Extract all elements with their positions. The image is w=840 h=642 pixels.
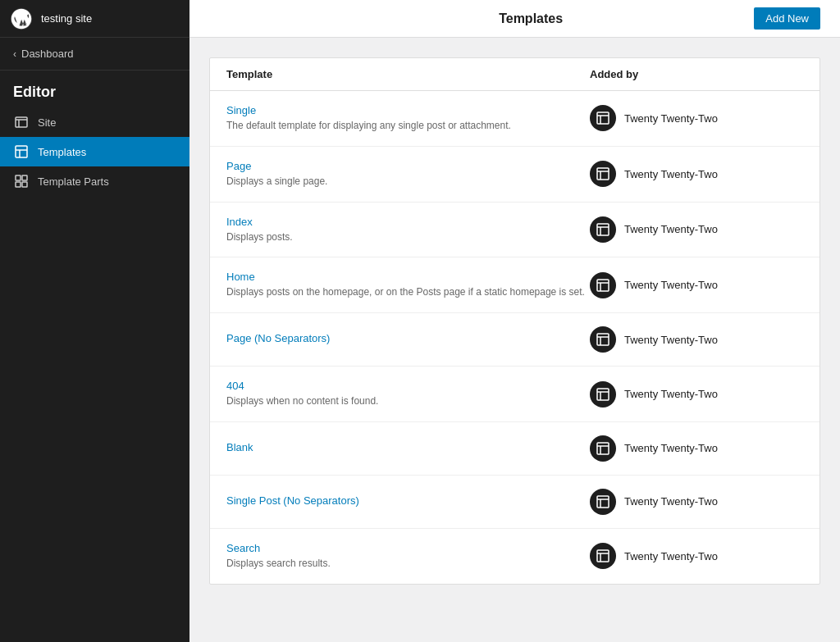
theme-icon (590, 435, 616, 462)
site-icon (13, 114, 30, 130)
row-added-by: Twenty Twenty-Two (590, 435, 803, 462)
row-template-info: Single Post (No Separators) (226, 494, 590, 509)
row-template-info: 404 Displays when no content is found. (226, 380, 590, 408)
svg-rect-1 (16, 117, 27, 127)
svg-rect-15 (597, 550, 609, 562)
theme-icon (590, 489, 616, 515)
content-area: Template Added by Single The default tem… (189, 38, 840, 642)
table-row[interactable]: Page (No Separators) Twenty Twenty-Two (210, 313, 819, 367)
svg-rect-3 (16, 175, 21, 180)
theme-name: Twenty Twenty-Two (624, 168, 718, 180)
templates-icon (13, 143, 30, 160)
template-description: Displays search results. (226, 557, 590, 571)
row-added-by: Twenty Twenty-Two (590, 105, 803, 131)
table-row[interactable]: Single The default template for displayi… (210, 91, 819, 147)
back-to-dashboard[interactable]: ‹ Dashboard (0, 38, 189, 71)
row-added-by: Twenty Twenty-Two (590, 216, 803, 243)
templates-table: Template Added by Single The default tem… (209, 57, 820, 585)
table-row[interactable]: Search Displays search results. Twenty T… (210, 529, 819, 584)
template-description: The default template for displaying any … (226, 119, 590, 133)
template-description: Displays when no content is found. (226, 394, 590, 408)
svg-rect-14 (597, 496, 609, 508)
theme-icon (590, 216, 616, 243)
row-template-info: Page Displays a single page. (226, 160, 590, 189)
theme-name: Twenty Twenty-Two (624, 495, 718, 508)
svg-rect-2 (16, 146, 27, 157)
theme-name: Twenty Twenty-Two (624, 334, 718, 346)
theme-icon (590, 161, 616, 187)
template-name[interactable]: Home (226, 271, 590, 283)
main-content: Templates Add New Template Added by Sing… (189, 0, 840, 642)
sidebar: testing site ‹ Dashboard Editor Site Tem… (0, 0, 189, 642)
back-label: Dashboard (21, 48, 74, 60)
svg-rect-7 (597, 112, 609, 124)
template-name[interactable]: 404 (226, 380, 590, 392)
col-header-added-by: Added by (590, 68, 803, 80)
svg-rect-5 (16, 182, 21, 187)
row-added-by: Twenty Twenty-Two (590, 161, 803, 187)
col-header-template: Template (226, 68, 590, 80)
svg-rect-4 (22, 175, 27, 180)
sidebar-item-site[interactable]: Site (0, 107, 189, 137)
wordpress-logo-icon (10, 7, 33, 30)
table-header: Template Added by (210, 58, 819, 91)
template-name[interactable]: Page (No Separators) (226, 332, 590, 344)
svg-rect-8 (597, 168, 609, 180)
template-name[interactable]: Search (226, 542, 590, 554)
theme-name: Twenty Twenty-Two (624, 442, 718, 454)
table-row[interactable]: Index Displays posts. Twenty Twenty-Two (210, 203, 819, 258)
table-row[interactable]: 404 Displays when no content is found. T… (210, 367, 819, 422)
table-row[interactable]: Single Post (No Separators) Twenty Twent… (210, 476, 819, 529)
add-new-button[interactable]: Add New (754, 7, 820, 30)
row-added-by: Twenty Twenty-Two (590, 489, 803, 515)
theme-icon (590, 381, 616, 408)
template-parts-icon (13, 173, 30, 189)
row-template-info: Index Displays posts. (226, 216, 590, 244)
sidebar-header: testing site (0, 0, 189, 38)
row-added-by: Twenty Twenty-Two (590, 272, 803, 298)
theme-name: Twenty Twenty-Two (624, 550, 718, 562)
row-template-info: Page (No Separators) (226, 332, 590, 347)
sidebar-item-label-site: Site (38, 116, 56, 129)
svg-rect-6 (22, 182, 27, 187)
template-description: Displays a single page. (226, 175, 590, 189)
theme-icon (590, 105, 616, 131)
theme-name: Twenty Twenty-Two (624, 223, 718, 235)
chevron-left-icon: ‹ (13, 48, 16, 60)
template-name[interactable]: Page (226, 160, 590, 172)
row-template-info: Search Displays search results. (226, 542, 590, 571)
theme-name: Twenty Twenty-Two (624, 279, 718, 291)
table-row[interactable]: Home Displays posts on the homepage, or … (210, 257, 819, 313)
sidebar-item-templates[interactable]: Templates (0, 137, 189, 166)
row-added-by: Twenty Twenty-Two (590, 381, 803, 408)
table-body: Single The default template for displayi… (210, 91, 819, 584)
table-row[interactable]: Blank Twenty Twenty-Two (210, 422, 819, 476)
topbar: Templates Add New (189, 0, 840, 38)
svg-rect-13 (597, 443, 609, 454)
svg-rect-10 (597, 280, 609, 291)
template-name[interactable]: Index (226, 216, 590, 228)
template-name[interactable]: Single (226, 104, 590, 116)
site-name: testing site (41, 12, 92, 25)
editor-section-label: Editor (0, 71, 189, 107)
theme-icon (590, 272, 616, 298)
sidebar-item-template-parts[interactable]: Template Parts (0, 166, 189, 196)
table-row[interactable]: Page Displays a single page. Twenty Twen… (210, 147, 819, 203)
template-name[interactable]: Blank (226, 441, 590, 453)
theme-icon (590, 326, 616, 353)
theme-icon (590, 543, 616, 569)
row-template-info: Home Displays posts on the homepage, or … (226, 271, 590, 299)
template-description: Displays posts on the homepage, or on th… (226, 285, 590, 299)
page-title: Templates (308, 11, 754, 26)
svg-rect-9 (597, 224, 609, 235)
template-description: Displays posts. (226, 230, 590, 244)
row-added-by: Twenty Twenty-Two (590, 543, 803, 569)
theme-name: Twenty Twenty-Two (624, 388, 718, 400)
sidebar-item-label-templates: Templates (38, 146, 86, 158)
row-added-by: Twenty Twenty-Two (590, 326, 803, 353)
svg-rect-12 (597, 389, 609, 400)
sidebar-item-label-template-parts: Template Parts (38, 175, 109, 188)
template-name[interactable]: Single Post (No Separators) (226, 494, 590, 507)
svg-rect-11 (597, 334, 609, 345)
row-template-info: Blank (226, 441, 590, 456)
